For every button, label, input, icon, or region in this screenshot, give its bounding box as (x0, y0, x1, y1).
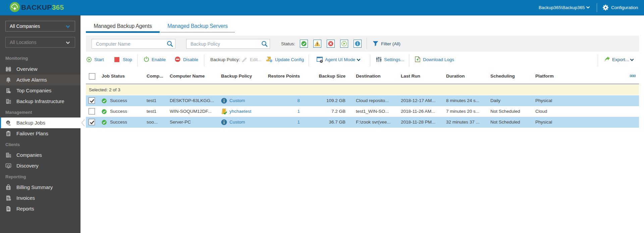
svg-text:$: $ (7, 186, 9, 190)
